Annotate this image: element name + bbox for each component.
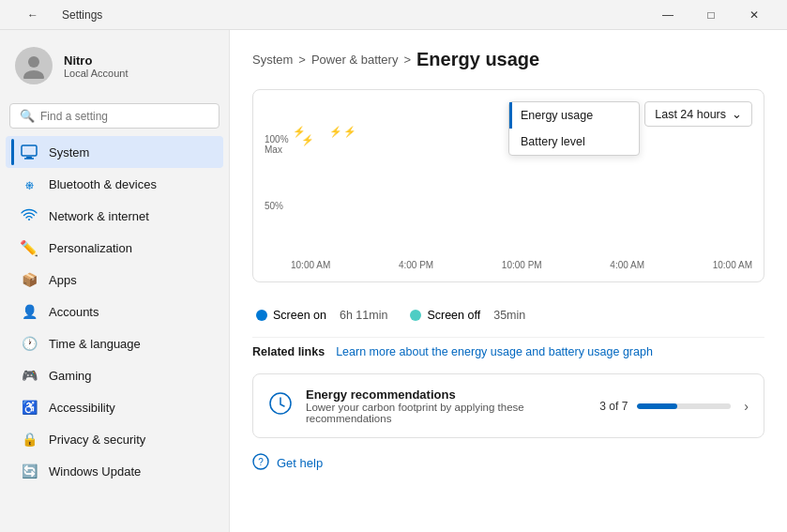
chevron-right-icon: ›: [744, 399, 749, 414]
svg-text:?: ?: [258, 457, 264, 467]
search-container: 🔍: [0, 99, 229, 136]
sidebar-item-personalization[interactable]: ✏️ Personalization: [6, 232, 223, 264]
sidebar-label-apps: Apps: [49, 273, 77, 287]
breadcrumb-sep1: >: [298, 53, 306, 67]
y-label-100: 100% Max: [265, 134, 289, 155]
svg-point-0: [28, 56, 39, 68]
sidebar-label-update: Windows Update: [49, 464, 141, 479]
back-button[interactable]: ←: [11, 0, 54, 30]
user-profile[interactable]: Nitro Local Account: [0, 38, 229, 99]
sidebar-item-accounts[interactable]: 👤 Accounts: [6, 296, 223, 327]
user-name: Nitro: [64, 53, 129, 68]
user-type: Local Account: [64, 68, 129, 79]
avatar: [15, 47, 53, 84]
sidebar-item-accessibility[interactable]: ♿ Accessibility: [6, 391, 223, 423]
bluetooth-icon: ⎈: [21, 175, 38, 192]
charge-icon: ⚡: [343, 126, 356, 138]
accounts-icon: 👤: [21, 303, 38, 320]
sidebar: Nitro Local Account 🔍 System ⎈ Blueto: [0, 30, 230, 532]
sidebar-item-apps[interactable]: 📦 Apps: [6, 264, 223, 296]
chart-y-labels: 100% Max 50%: [265, 134, 289, 256]
search-input[interactable]: [40, 110, 209, 123]
bar-chart: ⚡⚡⚡⚡: [293, 134, 354, 256]
x-label-1: 4:00 PM: [399, 260, 433, 270]
chart-header: Energy usage Battery level Last 24 hours…: [265, 101, 752, 127]
charge-icon: ⚡: [329, 126, 342, 138]
close-button[interactable]: ✕: [733, 0, 776, 30]
chart-legend: Screen on 6h 11min Screen off 35min: [256, 309, 764, 322]
dropdown-battery-label: Battery level: [521, 135, 585, 148]
sidebar-label-personalization: Personalization: [49, 241, 132, 255]
sidebar-item-update[interactable]: 🔄 Windows Update: [6, 455, 223, 487]
legend-label-screen-on: Screen on: [273, 309, 326, 322]
dropdown-item-battery[interactable]: Battery level: [509, 129, 639, 155]
sidebar-label-bluetooth: Bluetooth & devices: [49, 177, 157, 191]
sidebar-item-gaming[interactable]: 🎮 Gaming: [6, 359, 223, 391]
sidebar-item-time[interactable]: 🕐 Time & language: [6, 327, 223, 359]
recommendations-progress-fill: [637, 403, 677, 409]
search-box[interactable]: 🔍: [9, 103, 219, 129]
privacy-icon: 🔒: [21, 431, 38, 448]
app-title: Settings: [62, 8, 102, 22]
legend-dot-screen-on: [256, 310, 267, 321]
get-help-icon: ?: [252, 453, 269, 473]
related-links-section: Related links Learn more about the energ…: [252, 337, 764, 358]
y-label-50: 50%: [265, 201, 289, 211]
system-icon: [21, 144, 38, 160]
recommendations-text: Energy recommendations Lower your carbon…: [306, 388, 586, 424]
apps-icon: 📦: [21, 271, 38, 288]
update-icon: 🔄: [21, 463, 38, 479]
legend-value-screen-on: 6h 11min: [340, 309, 387, 322]
get-help-label: Get help: [277, 456, 323, 470]
sidebar-item-network[interactable]: Network & internet: [6, 200, 223, 232]
chart-type-dropdown[interactable]: Energy usage Battery level: [508, 101, 640, 156]
dropdown-item-energy[interactable]: Energy usage: [509, 102, 639, 129]
recommendations-subtitle: Lower your carbon footprint by applying …: [306, 402, 586, 424]
x-label-0: 10:00 AM: [291, 260, 330, 270]
user-info: Nitro Local Account: [64, 53, 129, 79]
legend-screen-off: Screen off 35min: [410, 309, 525, 322]
network-icon: [21, 207, 38, 224]
sidebar-item-bluetooth[interactable]: ⎈ Bluetooth & devices: [6, 168, 223, 200]
recommendations-icon: [268, 391, 293, 421]
energy-recommendations-card[interactable]: Energy recommendations Lower your carbon…: [252, 373, 764, 438]
time-period-dropdown[interactable]: Last 24 hours ⌄: [644, 101, 752, 127]
search-icon: 🔍: [20, 109, 35, 123]
legend-value-screen-off: 35min: [493, 309, 525, 322]
sidebar-label-privacy: Privacy & security: [49, 433, 145, 447]
breadcrumb-sep2: >: [403, 53, 411, 67]
legend-screen-on: Screen on 6h 11min: [256, 309, 387, 322]
chart-container: Energy usage Battery level Last 24 hours…: [252, 89, 764, 282]
sidebar-item-system[interactable]: System: [6, 136, 223, 168]
window-controls: — □ ✕: [646, 0, 776, 30]
minimize-button[interactable]: —: [646, 0, 689, 30]
recommendations-progress-bar: [637, 403, 731, 409]
breadcrumb: System > Power & battery > Energy usage: [252, 49, 764, 70]
breadcrumb-parent[interactable]: Power & battery: [311, 53, 399, 67]
maximize-button[interactable]: □: [689, 0, 733, 30]
x-label-4: 10:00 AM: [713, 260, 752, 270]
time-icon: 🕐: [21, 335, 38, 352]
sidebar-label-accounts: Accounts: [49, 305, 98, 319]
sidebar-label-time: Time & language: [49, 337, 141, 351]
accessibility-icon: ♿: [21, 399, 38, 416]
content-area: System > Power & battery > Energy usage …: [230, 30, 787, 532]
legend-label-screen-off: Screen off: [427, 309, 480, 322]
recommendations-count: 3 of 7: [599, 400, 628, 413]
sidebar-item-privacy[interactable]: 🔒 Privacy & security: [6, 423, 223, 455]
related-links-label: Related links: [252, 345, 325, 358]
sidebar-label-system: System: [49, 145, 89, 160]
related-link-energy[interactable]: Learn more about the energy usage and ba…: [336, 345, 653, 358]
gaming-icon: 🎮: [21, 367, 38, 384]
dropdown-energy-label: Energy usage: [521, 109, 593, 122]
x-label-2: 10:00 PM: [502, 260, 542, 270]
breadcrumb-system[interactable]: System: [252, 53, 293, 67]
chart-x-labels: 10:00 AM 4:00 PM 10:00 PM 4:00 AM 10:00 …: [265, 256, 752, 270]
x-label-3: 4:00 AM: [610, 260, 644, 270]
sidebar-label-accessibility: Accessibility: [49, 401, 115, 415]
get-help-link[interactable]: ? Get help: [252, 453, 764, 473]
recommendations-title: Energy recommendations: [306, 388, 586, 402]
title-bar: ← Settings — □ ✕: [0, 0, 787, 30]
svg-point-1: [23, 70, 44, 79]
breadcrumb-current: Energy usage: [416, 49, 539, 70]
